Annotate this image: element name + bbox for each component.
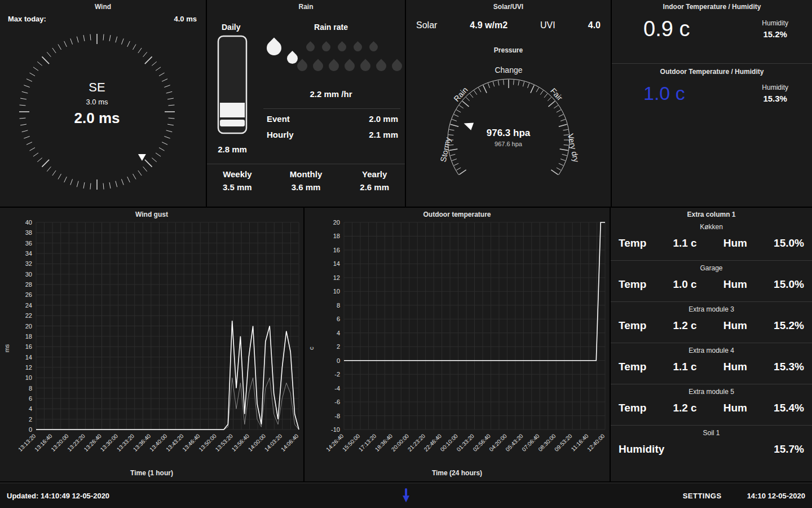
uvi-value: 4.0 xyxy=(588,20,601,30)
svg-text:40: 40 xyxy=(25,219,32,226)
temp-value: 1.0 c xyxy=(673,278,696,291)
svg-text:24: 24 xyxy=(25,302,32,309)
indoor-temp-block: 0.9 c Humidity 15.2% xyxy=(612,17,812,41)
module-readings-row: Temp 1.1 c Hum 15.3% xyxy=(619,361,804,373)
extra-module-section: Extra module 4 Temp 1.1 c Hum 15.3% xyxy=(611,343,812,380)
hum-label: Hum xyxy=(723,237,747,249)
rain-rate-label: Rain rate xyxy=(263,23,399,32)
solar-label: Solar xyxy=(416,20,437,30)
rain-title: Rain xyxy=(207,3,405,11)
outdoor-temp-plot: -10-8-6-4-20246810121416182014:26:4015:5… xyxy=(304,208,610,481)
divider xyxy=(207,164,405,164)
outdoor-temp-title: Outdoor Temperature / Humidity xyxy=(612,68,812,76)
solar-pressure-panel: Solar/UVI Solar 4.9 w/m2 UVI 4.0 Pressur… xyxy=(406,0,611,207)
temp-value: 1.2 c xyxy=(673,402,696,414)
outdoor-temp-value: 1.0 c xyxy=(643,82,685,104)
hum-label: Hum xyxy=(723,278,747,291)
svg-text:14:06:40: 14:06:40 xyxy=(280,432,300,453)
svg-text:12: 12 xyxy=(333,274,340,281)
svg-text:2: 2 xyxy=(29,416,32,423)
extra-module-section: Køkken Temp 1.1 c Hum 15.0% xyxy=(611,220,812,257)
wind-gust-y-axis-label: ms xyxy=(3,337,10,360)
outdoor-temp-chart-panel: -10-8-6-4-20246810121416182014:26:4015:5… xyxy=(304,208,610,481)
wind-direction-value: SE xyxy=(18,80,176,95)
module-name: Extra module 5 xyxy=(619,388,804,396)
wind-max-today-label: Max today: xyxy=(8,15,46,23)
wind-panel: Wind Max today: 4.0 ms SE 3.0 ms 2.0 ms xyxy=(0,0,206,207)
hum-value: 15.4% xyxy=(774,402,804,414)
raindrop-inactive-icon xyxy=(358,59,372,73)
temp-label: Temp xyxy=(619,361,646,373)
extra-module-section: Extra module 5 Temp 1.2 c Hum 15.4% xyxy=(611,384,812,422)
extra-module-section: Extra module 3 Temp 1.2 c Hum 15.2% xyxy=(611,301,812,339)
raindrop-inactive-icon xyxy=(336,41,348,53)
outdoor-temp-chart-title: Outdoor temperature xyxy=(304,211,610,218)
svg-text:4: 4 xyxy=(29,405,32,412)
hum-label: Hum xyxy=(723,361,747,373)
temp-label: Temp xyxy=(619,237,646,249)
outdoor-humidity-block: Humidity 15.3% xyxy=(762,84,788,103)
soil-readings-row: Humidity 15.7% xyxy=(619,443,804,456)
scroll-down-arrow-icon[interactable] xyxy=(401,487,411,504)
wind-gust-chart-title: Wind gust xyxy=(0,211,303,218)
module-name: Extra module 4 xyxy=(619,347,804,354)
raindrop-inactive-icon xyxy=(304,41,316,53)
footer-clock: 14:10 12-05-2020 xyxy=(747,492,805,500)
divider xyxy=(263,108,400,109)
module-readings-row: Temp 1.2 c Hum 15.4% xyxy=(619,402,804,414)
rain-rate-value: 2.2 mm /hr xyxy=(263,89,399,99)
module-readings-row: Temp 1.1 c Hum 15.0% xyxy=(619,237,804,249)
hum-value: 15.0% xyxy=(774,237,804,249)
wind-title: Wind xyxy=(0,3,206,11)
temp-label: Temp xyxy=(619,319,646,332)
svg-text:26: 26 xyxy=(25,291,32,298)
svg-text:0: 0 xyxy=(29,426,32,433)
indoor-temp-value: 0.9 c xyxy=(643,17,690,41)
svg-text:32: 32 xyxy=(25,260,32,267)
pressure-gauge-icon xyxy=(406,55,611,196)
last-updated-text: Updated: 14:10:49 12-05-2020 xyxy=(7,492,109,500)
rain-yearly: Yearly 2.6 mm xyxy=(360,169,389,192)
raindrop-inactive-icon xyxy=(326,59,341,73)
svg-text:0: 0 xyxy=(337,357,340,364)
raindrop-inactive-icon xyxy=(342,59,356,73)
wind-readings: SE 3.0 ms 2.0 ms xyxy=(18,80,176,127)
svg-text:12: 12 xyxy=(25,364,32,371)
temp-label: Temp xyxy=(619,402,646,414)
pressure-readings: 976.3 hpa 967.6 hpa xyxy=(406,128,611,147)
weather-dashboard: Wind Max today: 4.0 ms SE 3.0 ms 2.0 ms … xyxy=(0,0,812,508)
raindrop-inactive-icon xyxy=(374,59,388,73)
wind-max-today-value: 4.0 ms xyxy=(174,15,197,23)
top-row: Wind Max today: 4.0 ms SE 3.0 ms 2.0 ms … xyxy=(0,0,812,207)
raindrop-inactive-icon xyxy=(311,59,325,73)
hum-label: Hum xyxy=(723,319,747,332)
extra-column-panel: Extra column 1 Køkken Temp 1.1 c Hum 15.… xyxy=(611,208,812,481)
module-name: Soil 1 xyxy=(619,429,804,437)
settings-button[interactable]: SETTINGS xyxy=(683,492,722,500)
svg-text:2: 2 xyxy=(337,343,340,350)
svg-text:-8: -8 xyxy=(334,413,340,419)
svg-text:-10: -10 xyxy=(331,426,340,433)
rain-event-label: Event xyxy=(267,114,290,124)
temp-value: 1.1 c xyxy=(673,361,696,373)
indoor-humidity-block: Humidity 15.2% xyxy=(762,19,788,39)
rain-rate-indicator xyxy=(262,34,404,86)
rain-gauge-icon xyxy=(217,35,248,135)
module-name: Garage xyxy=(619,264,804,272)
temperature-panel: Indoor Temperature / Humidity 0.9 c Humi… xyxy=(612,0,812,207)
rain-daily-label: Daily xyxy=(222,23,240,32)
svg-text:4: 4 xyxy=(337,330,340,336)
soil-humidity-label: Humidity xyxy=(619,443,664,456)
rain-hourly-value: 2.1 mm xyxy=(369,130,398,139)
indoor-temp-title: Indoor Temperature / Humidity xyxy=(612,3,812,11)
temp-label: Temp xyxy=(619,278,646,291)
svg-text:8: 8 xyxy=(29,385,32,392)
outdoor-temp-x-axis-label: Time (24 hours) xyxy=(304,469,610,477)
rain-panel: Rain Daily 2.8 mm Rain rate xyxy=(207,0,405,207)
svg-text:20: 20 xyxy=(333,219,340,226)
outdoor-temp-block: 1.0 c Humidity 15.3% xyxy=(612,82,812,104)
outdoor-humidity-value: 15.3% xyxy=(762,94,788,103)
svg-text:16: 16 xyxy=(333,247,340,253)
svg-text:6: 6 xyxy=(29,395,32,402)
footer-right: SETTINGS 14:10 12-05-2020 xyxy=(683,492,805,500)
